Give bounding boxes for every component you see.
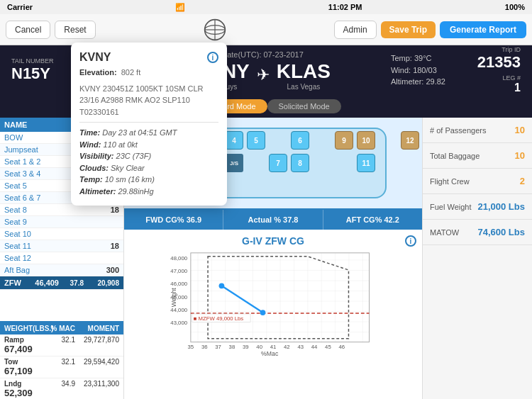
seat-11[interactable]: 11	[357, 154, 375, 172]
reset-button[interactable]: Reset	[55, 21, 95, 39]
chart-area: G-IV ZFW CG i 48,000 47,000 46,000	[124, 230, 422, 399]
table-row: Seat 11 18	[0, 240, 123, 252]
svg-text:35: 35	[188, 344, 194, 350]
save-trip-button[interactable]: Save Trip	[381, 21, 436, 38]
actual-cg: Actual % 37.8	[223, 215, 322, 224]
popup-weather-section: Time: Day 23 at 04:51 GMT Wind: 110 at 0…	[79, 127, 218, 197]
kvny-popup: KVNY i Elevation: 802 ft KVNY 230451Z 10…	[71, 43, 227, 206]
seat-7[interactable]: 7	[269, 154, 287, 172]
svg-text:36: 36	[201, 344, 208, 350]
cancel-button[interactable]: Cancel	[6, 21, 50, 39]
passengers-value: 10	[515, 125, 525, 135]
temp-dest: Temp: 39°C	[391, 52, 445, 64]
svg-text:43: 43	[297, 344, 304, 350]
baggage-label: Total Baggage	[430, 152, 480, 160]
chart-title: G-IV ZFW CG	[130, 235, 416, 247]
table-row: Aft Bag 300	[0, 264, 123, 276]
svg-text:38: 38	[229, 344, 235, 350]
info-icon: i	[405, 235, 416, 247]
trip-label: Trip ID	[457, 46, 521, 53]
svg-point-30	[219, 283, 225, 288]
svg-text:40: 40	[256, 344, 262, 350]
js-label: J/S	[225, 154, 243, 172]
table-row: Seat 8 18	[0, 204, 123, 216]
solicited-mode-button[interactable]: Solicited Mode	[267, 99, 341, 113]
dest-code: KLAS	[277, 60, 331, 83]
passengers-row: # of Passengers 10	[423, 118, 532, 143]
admin-button[interactable]: Admin	[334, 21, 377, 39]
matow-label: MATOW	[430, 228, 459, 237]
seat-8[interactable]: 8	[291, 154, 309, 172]
fuel-value: 21,000 Lbs	[478, 201, 526, 212]
baggage-row: Total Baggage 10	[423, 143, 532, 169]
battery-label: 100%	[505, 3, 525, 11]
popup-info-icon[interactable]: i	[207, 52, 218, 63]
summary-lndg-row: Lndg 52,309 34.9 23,311,300	[0, 378, 123, 399]
svg-text:37: 37	[215, 344, 221, 350]
dest-block: KLAS Las Vegas	[277, 60, 331, 91]
popup-title: KVNY i	[79, 51, 218, 64]
trip-id: 21353	[457, 53, 521, 72]
trip-block: Trip ID 21353 LEG # 1	[457, 46, 521, 94]
crew-label: Flight Crew	[430, 177, 470, 186]
wind-dest: Wind: 180/03	[391, 64, 445, 77]
status-bar: Carrier 📶 11:02 PM 100%	[0, 0, 532, 14]
generate-report-button[interactable]: Generate Report	[440, 21, 526, 38]
weather-dest: Temp: 39°C Wind: 180/03 Altimeter: 29.82	[391, 52, 445, 88]
svg-text:43,000: 43,000	[170, 320, 187, 326]
crew-row: Flight Crew 2	[423, 169, 532, 194]
tail-label: TAIL NUMBER	[11, 57, 68, 64]
table-row: Seat 12	[0, 252, 123, 264]
seat-4[interactable]: 4	[225, 131, 243, 150]
fuel-label: Fuel Weight	[430, 203, 472, 211]
seat-spacer	[247, 154, 265, 172]
right-panel: # of Passengers 10 Total Baggage 10 Flig…	[422, 118, 532, 399]
seat-6[interactable]: 6	[291, 131, 309, 150]
summary-tow-row: Tow 67,109 32.1 29,594,420	[0, 356, 123, 378]
seat-5[interactable]: 5	[247, 131, 265, 150]
matow-value: 74,600 Lbs	[478, 227, 526, 237]
svg-text:46,000: 46,000	[170, 281, 187, 287]
passengers-label: # of Passengers	[430, 126, 487, 135]
popup-time: Time: Day 23 at 04:51 GMT	[79, 127, 218, 139]
svg-text:47,000: 47,000	[170, 268, 187, 274]
seat-spacer	[335, 154, 353, 172]
altimeter-dest: Altimeter: 29.82	[391, 76, 445, 88]
svg-point-31	[260, 310, 266, 315]
popup-altimeter: Altimeter: 29.88inHg	[79, 186, 218, 198]
summary-ramp-row: Ramp 67,409 32.1 29,727,870	[0, 335, 123, 356]
svg-text:48,000: 48,000	[170, 255, 187, 262]
popup-visibility: Visibility: 23C (73F)	[79, 150, 218, 162]
top-nav: Cancel Reset Admin Save Trip Generate Re…	[0, 14, 532, 45]
svg-text:46: 46	[338, 344, 345, 350]
seat-spacer	[313, 131, 331, 150]
popup-wind: Wind: 110 at 0kt	[79, 139, 218, 151]
cg-bar: FWD CG% 36.9 Actual % 37.8 AFT CG% 42.2	[124, 210, 422, 230]
baggage-value: 10	[515, 150, 525, 161]
chart-info-button[interactable]: i	[405, 235, 416, 247]
summary-header: WEIGHT(LBS.) % MAC MOMENT	[0, 322, 123, 335]
seat-12[interactable]: 12	[401, 131, 419, 150]
svg-rect-4	[191, 253, 370, 342]
carrier-label: Carrier	[7, 3, 33, 11]
seat-9[interactable]: 9	[335, 131, 353, 150]
leg-label: LEG #	[457, 74, 521, 82]
fuel-row: Fuel Weight 21,000 Lbs	[423, 194, 532, 220]
seat-spacer	[313, 154, 331, 172]
wifi-icon: 📶	[175, 3, 185, 12]
plane-icon: ✈	[257, 66, 270, 84]
svg-text:Weight: Weight	[170, 288, 177, 307]
svg-text:%Mac: %Mac	[261, 350, 279, 356]
logo-icon	[204, 18, 226, 41]
summary-table: WEIGHT(LBS.) % MAC MOMENT Ramp 67,409 32…	[0, 321, 123, 399]
seat-spacer	[269, 131, 287, 150]
leg-num: 1	[457, 82, 521, 94]
svg-text:41: 41	[270, 344, 277, 350]
tail-number: N15Y	[11, 64, 68, 83]
time-display: 11:02 PM	[328, 3, 362, 11]
seat-spacer	[379, 131, 397, 150]
svg-text:39: 39	[243, 344, 249, 350]
table-row: Seat 10	[0, 228, 123, 240]
popup-temp: Temp: 10 sm (16 km)	[79, 174, 218, 186]
seat-10[interactable]: 10	[357, 131, 375, 150]
